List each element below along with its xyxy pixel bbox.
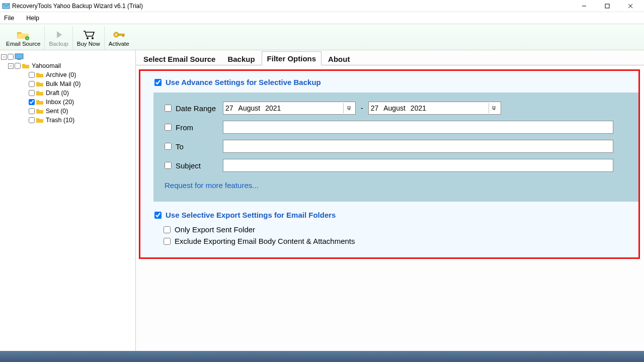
- folder-icon: [36, 89, 44, 97]
- tab-about[interactable]: About: [323, 52, 355, 65]
- toolbar-backup[interactable]: Backup: [45, 26, 72, 50]
- toolbar-buy-now[interactable]: Buy Now: [73, 26, 105, 50]
- svg-point-10: [116, 34, 117, 35]
- tree-checkbox-folder[interactable]: [29, 117, 35, 123]
- tree-checkbox-folder[interactable]: [29, 99, 35, 105]
- tree-folder-label[interactable]: Draft (0): [45, 89, 69, 97]
- date-range-label: Date Range: [176, 104, 216, 113]
- date-end-year: 2021: [411, 104, 426, 112]
- toolbar-activate[interactable]: Activate: [105, 26, 133, 50]
- menu-file[interactable]: File: [4, 15, 14, 22]
- folder-icon: [36, 71, 44, 78]
- minimize-button[interactable]: [573, 0, 596, 12]
- folder-icon: [36, 80, 44, 87]
- tree-checkbox-root[interactable]: [8, 54, 14, 60]
- window-title: RecoveryTools Yahoo Backup Wizard v6.1 (…: [12, 3, 143, 10]
- checkbox-subject[interactable]: [165, 162, 172, 169]
- advance-settings-heading: Use Advance Settings for Selective Backu…: [166, 78, 321, 86]
- toolbar-label: Email Source: [6, 41, 40, 47]
- to-label: To: [176, 142, 184, 151]
- menu-bar: File Help: [0, 12, 644, 24]
- status-bar: [0, 351, 644, 362]
- tree-checkbox-folder[interactable]: [29, 90, 35, 96]
- app-icon: [2, 2, 10, 10]
- folder-icon: [22, 62, 30, 69]
- menu-help[interactable]: Help: [26, 15, 39, 22]
- tree-folder-label[interactable]: Archive (0): [45, 71, 76, 78]
- computer-icon: [15, 53, 24, 60]
- play-icon: [52, 29, 66, 40]
- date-start-day: 27: [225, 104, 233, 112]
- checkbox-to[interactable]: [165, 143, 172, 150]
- date-range-separator: -: [356, 104, 368, 112]
- tab-filter-options[interactable]: Filter Options: [262, 51, 322, 65]
- svg-rect-15: [347, 106, 350, 109]
- toolbar-label: Buy Now: [77, 41, 100, 47]
- svg-rect-13: [15, 54, 23, 59]
- svg-rect-14: [17, 59, 21, 60]
- exclude-body-label: Exclude Exporting Email Body Content & A…: [175, 237, 355, 245]
- checkbox-exclude-body[interactable]: [164, 238, 171, 245]
- date-end-day: 27: [371, 104, 379, 112]
- checkbox-date-range[interactable]: [165, 105, 172, 112]
- maximize-button[interactable]: [596, 0, 619, 12]
- svg-rect-16: [492, 106, 495, 109]
- checkbox-only-sent[interactable]: [164, 226, 171, 233]
- tree-checkbox-folder[interactable]: [29, 72, 35, 78]
- checkbox-from[interactable]: [165, 124, 172, 131]
- svg-point-7: [87, 37, 89, 39]
- checkbox-selective-export[interactable]: [154, 212, 162, 219]
- tree-account-label[interactable]: Yahoomail: [31, 62, 61, 69]
- tab-select-email-source[interactable]: Select Email Source: [138, 52, 221, 65]
- tree-folder-label[interactable]: Trash (10): [45, 117, 74, 124]
- toolbar-email-source[interactable]: + Email Source: [2, 26, 45, 50]
- svg-rect-2: [605, 4, 609, 8]
- request-features-link[interactable]: Request for more features...: [165, 172, 627, 190]
- folder-open-icon: +: [16, 29, 30, 40]
- titlebar: RecoveryTools Yahoo Backup Wizard v6.1 (…: [0, 0, 644, 12]
- from-label: From: [176, 123, 193, 132]
- key-icon: [112, 29, 126, 40]
- folder-icon: [36, 108, 44, 115]
- tree-folder-label[interactable]: Bulk Mail (0): [45, 80, 80, 87]
- tab-backup[interactable]: Backup: [222, 52, 260, 65]
- calendar-dropdown-icon[interactable]: [489, 103, 500, 113]
- tree-folder-label[interactable]: Inbox (20): [45, 99, 74, 106]
- svg-rect-12: [123, 35, 124, 37]
- date-start-month: August: [238, 104, 261, 112]
- toolbar: + Email Source Backup Buy Now Activate: [0, 24, 644, 50]
- subject-label: Subject: [176, 161, 201, 170]
- folder-icon: [36, 99, 44, 106]
- from-input[interactable]: [223, 121, 613, 134]
- svg-point-8: [92, 37, 94, 39]
- date-start-year: 2021: [265, 104, 281, 112]
- toolbar-label: Activate: [109, 41, 129, 47]
- calendar-dropdown-icon[interactable]: [343, 103, 354, 113]
- tree-checkbox-folder[interactable]: [29, 81, 35, 87]
- folder-icon: [36, 117, 44, 124]
- date-start-picker[interactable]: 27 August 2021: [223, 102, 356, 115]
- highlight-annotation: Use Advance Settings for Selective Backu…: [139, 69, 640, 259]
- only-sent-label: Only Export Sent Folder: [175, 225, 255, 234]
- cart-icon: [82, 29, 96, 40]
- selective-export-heading: Use Selective Export Settings for Email …: [166, 211, 336, 219]
- folder-tree: − − Yahoomail: [0, 50, 136, 351]
- tab-strip: Select Email Source Backup Filter Option…: [136, 50, 644, 65]
- tree-checkbox-account[interactable]: [15, 63, 21, 69]
- to-input[interactable]: [223, 140, 613, 153]
- date-end-picker[interactable]: 27 August 2021: [368, 102, 501, 115]
- tree-checkbox-folder[interactable]: [29, 108, 35, 114]
- toolbar-label: Backup: [49, 41, 68, 47]
- tree-collapse-icon[interactable]: −: [1, 54, 7, 60]
- date-end-month: August: [383, 104, 406, 112]
- checkbox-advance-settings[interactable]: [154, 79, 162, 86]
- close-button[interactable]: [619, 0, 642, 12]
- svg-text:+: +: [26, 37, 28, 40]
- advance-settings-panel: Date Range 27 August 2021 - 27: [153, 93, 638, 202]
- tree-folder-label[interactable]: Sent (0): [45, 108, 68, 115]
- subject-input[interactable]: [223, 159, 613, 172]
- tree-collapse-icon[interactable]: −: [8, 63, 14, 69]
